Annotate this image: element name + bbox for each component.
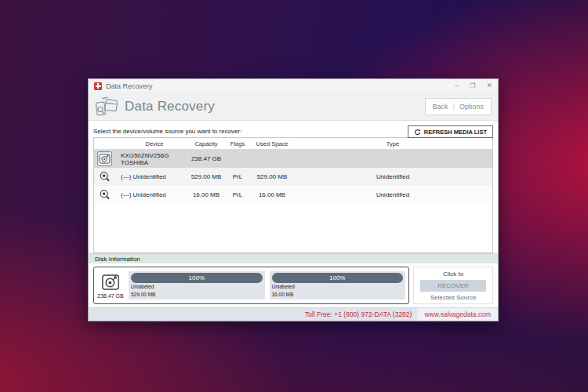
header-flags: Flags bbox=[224, 140, 251, 147]
row-icon-cell bbox=[94, 169, 121, 184]
search-volume-icon bbox=[97, 169, 112, 184]
partition-usage-bar: 100% bbox=[272, 273, 404, 283]
disk-information-title: Disk Information bbox=[95, 256, 140, 263]
cell-capacity: 529.00 MB bbox=[188, 173, 224, 180]
partition-block-529mb[interactable]: 100% Unlabeled 529.00 MB bbox=[129, 271, 265, 299]
website-link[interactable]: www.salvagedata.com bbox=[417, 308, 498, 321]
cell-device: KXG50ZNV256G TOSHIBA bbox=[121, 152, 188, 166]
footer-bar: Toll Free: +1 (800) 972-DATA (3282) www.… bbox=[89, 307, 498, 321]
nav-separator: | bbox=[453, 103, 455, 111]
minimize-button[interactable]: – bbox=[455, 82, 459, 89]
cell-device: (---) Unidentified bbox=[121, 173, 188, 180]
disk-information-panel: 238.47 GB 100% Unlabeled 529.00 MB 100% … bbox=[89, 263, 498, 307]
refresh-button-label: REFRESH MEDIA LIST bbox=[424, 129, 487, 136]
hard-disk-icon bbox=[97, 151, 112, 166]
disk-layout-box: 238.47 GB 100% Unlabeled 529.00 MB 100% … bbox=[93, 267, 409, 304]
desktop-background: Data Recovery – ❐ ✕ Data Recovery bbox=[0, 0, 588, 392]
partition-size: 16.00 MB bbox=[272, 292, 404, 298]
selected-source-label: Selected Source bbox=[430, 294, 477, 301]
media-list-table: Device Capacity Flags Used Space Type bbox=[93, 137, 493, 253]
window-title: Data Recovery bbox=[106, 82, 451, 90]
cell-used-space: 529.00 MB bbox=[251, 173, 293, 180]
app-header: Data Recovery Back | Options bbox=[89, 93, 498, 121]
page-title: Data Recovery bbox=[125, 99, 425, 114]
partition-usage-bar: 100% bbox=[131, 273, 263, 283]
close-button[interactable]: ✕ bbox=[486, 82, 492, 89]
row-icon-cell bbox=[94, 151, 121, 166]
back-button[interactable]: Back bbox=[433, 103, 448, 111]
partition-block-16mb[interactable]: 100% Unlabeled 16.00 MB bbox=[270, 271, 406, 299]
header-used-space: Used Space bbox=[251, 140, 293, 147]
header-icon-spacer bbox=[94, 140, 121, 147]
click-to-label: Click to bbox=[443, 270, 463, 278]
maximize-button[interactable]: ❐ bbox=[470, 83, 475, 89]
search-volume-icon bbox=[97, 187, 112, 202]
data-recovery-logo-icon bbox=[95, 96, 119, 117]
salvagedata-cross-icon bbox=[94, 82, 102, 90]
source-select-row: Select the device/volume source you want… bbox=[93, 125, 493, 137]
table-header-row: Device Capacity Flags Used Space Type bbox=[94, 138, 492, 150]
recover-panel: Click to RECOVER Selected Source bbox=[413, 267, 493, 304]
toll-free-number: Toll Free: +1 (800) 972-DATA (3282) bbox=[305, 310, 417, 318]
header-capacity: Capacity bbox=[188, 140, 224, 147]
table-row-disk-toshiba[interactable]: KXG50ZNV256G TOSHIBA 238.47 GB bbox=[94, 150, 492, 168]
source-select-label: Select the device/volume source you want… bbox=[93, 128, 241, 137]
table-row-volume-529mb[interactable]: (---) Unidentified 529.00 MB PrL 529.00 … bbox=[94, 168, 492, 186]
row-icon-cell bbox=[94, 187, 121, 202]
partition-size: 529.00 MB bbox=[131, 292, 263, 298]
header-device: Device bbox=[121, 140, 188, 147]
refresh-icon bbox=[414, 129, 421, 136]
cell-type: Unidentified bbox=[293, 191, 492, 198]
cell-flags: PrL bbox=[224, 173, 251, 180]
source-select-area: Select the device/volume source you want… bbox=[89, 121, 498, 253]
recover-button[interactable]: RECOVER bbox=[420, 280, 486, 292]
disk-capacity-label: 238.47 GB bbox=[97, 293, 123, 299]
window-controls: – ❐ ✕ bbox=[455, 82, 492, 89]
titlebar: Data Recovery – ❐ ✕ bbox=[89, 79, 498, 93]
cell-flags: PrL bbox=[224, 191, 251, 198]
cell-device: (---) Unidentified bbox=[121, 191, 188, 198]
disk-identity: 238.47 GB bbox=[97, 273, 124, 299]
data-recovery-window: Data Recovery – ❐ ✕ Data Recovery bbox=[88, 78, 499, 321]
partition-label: Unlabeled bbox=[272, 284, 404, 290]
cell-used-space: 16.00 MB bbox=[251, 191, 293, 198]
header-type: Type bbox=[293, 140, 492, 147]
cell-type: Unidentified bbox=[293, 173, 492, 180]
disk-information-header: Disk Information bbox=[89, 253, 498, 263]
partition-label: Unlabeled bbox=[131, 284, 263, 290]
nav-button-group: Back | Options bbox=[425, 98, 492, 115]
hard-disk-icon bbox=[100, 273, 121, 292]
cell-capacity: 16.00 MB bbox=[188, 191, 224, 198]
refresh-media-list-button[interactable]: REFRESH MEDIA LIST bbox=[408, 125, 493, 138]
options-button[interactable]: Options bbox=[459, 103, 484, 111]
table-row-volume-16mb[interactable]: (---) Unidentified 16.00 MB PrL 16.00 MB… bbox=[94, 186, 492, 204]
cell-capacity: 238.47 GB bbox=[188, 155, 224, 162]
